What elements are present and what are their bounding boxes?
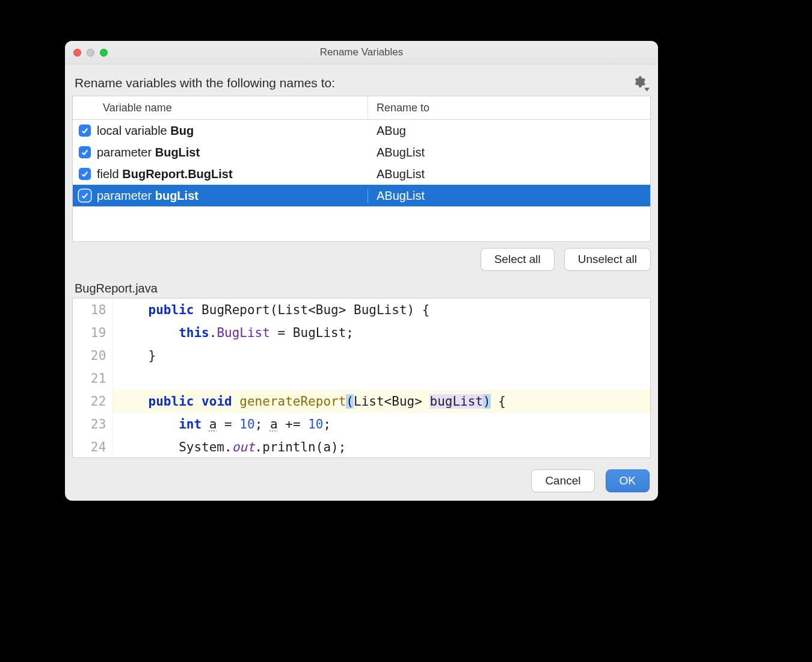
- table-header: Variable name Rename to: [73, 96, 650, 120]
- rename-variables-dialog: Rename Variables Rename variables with t…: [65, 41, 658, 501]
- titlebar: Rename Variables: [65, 41, 658, 64]
- table-row[interactable]: local variable Bug ABug: [73, 120, 650, 141]
- unselect-all-button[interactable]: Unselect all: [564, 248, 651, 271]
- checkbox-icon[interactable]: [79, 146, 91, 158]
- select-all-button[interactable]: Select all: [481, 248, 555, 271]
- col-rename-to: Rename to: [368, 96, 650, 119]
- headline-label: Rename variables with the following name…: [75, 76, 335, 90]
- settings-button[interactable]: [633, 75, 648, 91]
- variables-table: Variable name Rename to local variable B…: [72, 96, 651, 242]
- code-preview: 18 public BugReport(List<Bug> BugList) {…: [72, 298, 651, 458]
- file-label: BugReport.java: [75, 282, 651, 295]
- dialog-title: Rename Variables: [65, 46, 658, 58]
- code-line: System.out.println(a);: [113, 436, 650, 454]
- table-row-selected[interactable]: parameter bugList ABugList: [73, 185, 650, 206]
- col-variable-name: Variable name: [97, 102, 368, 114]
- code-line: }: [113, 344, 650, 367]
- code-line: this.BugList = BugList;: [113, 321, 650, 344]
- code-line: public BugReport(List<Bug> BugList) {: [113, 299, 650, 321]
- code-line: public void generateReport(List<Bug> bug…: [113, 390, 650, 413]
- checkbox-icon[interactable]: [79, 168, 91, 180]
- ok-button[interactable]: OK: [606, 469, 650, 492]
- code-line: [113, 367, 650, 390]
- code-line: int a = 10; a += 10;: [113, 413, 650, 436]
- chevron-down-icon: [644, 87, 650, 92]
- cancel-button[interactable]: Cancel: [531, 469, 594, 492]
- table-row[interactable]: parameter BugList ABugList: [73, 141, 650, 163]
- checkbox-icon[interactable]: [79, 190, 91, 202]
- table-row[interactable]: field BugReport.BugList ABugList: [73, 163, 650, 185]
- checkbox-icon[interactable]: [79, 125, 91, 137]
